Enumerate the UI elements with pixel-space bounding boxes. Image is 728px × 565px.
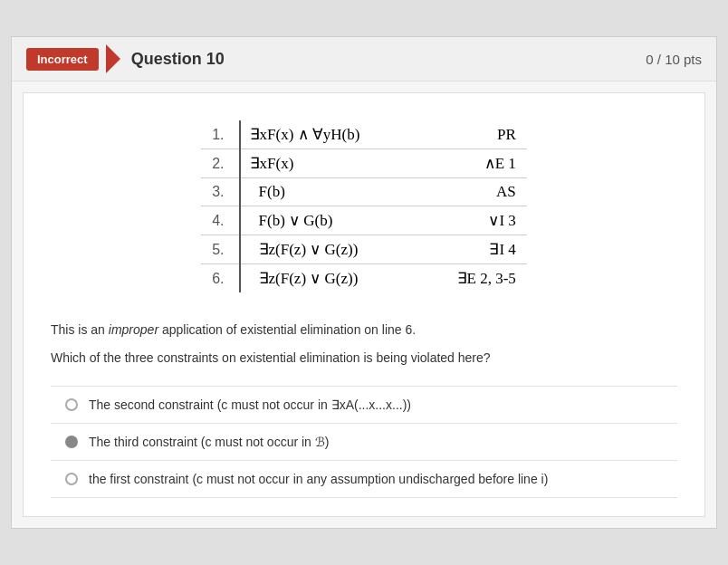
- formula-cell: ∃z(F(z) ∨ G(z)): [240, 264, 421, 293]
- answer-option[interactable]: The second constraint (c must not occur …: [51, 386, 677, 423]
- question-content: 1.∃xF(x) ∧ ∀yH(b)PR2.∃xF(x)∧E 13.F(b)AS4…: [23, 92, 705, 517]
- line-number: 6.: [201, 264, 239, 293]
- options-container: The second constraint (c must not occur …: [51, 386, 677, 498]
- radio-button[interactable]: [65, 436, 78, 448]
- points-display: 0 / 10 pts: [646, 52, 702, 67]
- proof-row: 5.∃z(F(z) ∨ G(z))∃I 4: [201, 235, 527, 264]
- formula-cell: ∃z(F(z) ∨ G(z)): [240, 235, 421, 264]
- badge-wrap: Incorrect: [26, 44, 131, 73]
- proof-table: 1.∃xF(x) ∧ ∀yH(b)PR2.∃xF(x)∧E 13.F(b)AS4…: [201, 120, 527, 292]
- answer-option[interactable]: the first constraint (c must not occur i…: [51, 460, 677, 498]
- option-label: The third constraint (c must not occur i…: [89, 435, 329, 449]
- radio-button[interactable]: [65, 398, 78, 411]
- reason-cell: PR: [421, 120, 527, 149]
- proof-row: 4.F(b) ∨ G(b)∨I 3: [201, 206, 527, 235]
- formula-cell: ∃xF(x): [240, 149, 421, 178]
- option-label: The second constraint (c must not occur …: [89, 397, 411, 412]
- line-number: 4.: [201, 206, 239, 235]
- explanation-text: This is an improper application of exist…: [51, 320, 677, 340]
- proof-row: 6.∃z(F(z) ∨ G(z))∃E 2, 3-5: [201, 264, 527, 293]
- reason-cell: ∃E 2, 3-5: [421, 264, 527, 293]
- reason-cell: AS: [421, 178, 527, 206]
- proof-row: 3.F(b)AS: [201, 178, 527, 206]
- line-number: 3.: [201, 178, 239, 206]
- proof-row: 1.∃xF(x) ∧ ∀yH(b)PR: [201, 120, 527, 149]
- line-number: 5.: [201, 235, 239, 264]
- line-number: 1.: [201, 120, 239, 149]
- quiz-container: Incorrect Question 10 0 / 10 pts 1.∃xF(x…: [11, 36, 717, 529]
- formula-cell: F(b) ∨ G(b): [240, 206, 421, 235]
- question-title: Question 10: [131, 50, 647, 69]
- option-label: the first constraint (c must not occur i…: [89, 472, 548, 486]
- answer-option[interactable]: The third constraint (c must not occur i…: [51, 423, 677, 460]
- arrow-icon: [106, 44, 120, 73]
- formula-cell: ∃xF(x) ∧ ∀yH(b): [240, 120, 421, 149]
- incorrect-badge: Incorrect: [26, 48, 99, 71]
- radio-button[interactable]: [65, 473, 78, 485]
- proof-row: 2.∃xF(x)∧E 1: [201, 149, 527, 178]
- reason-cell: ∃I 4: [421, 235, 527, 264]
- question-header: Incorrect Question 10 0 / 10 pts: [12, 37, 716, 81]
- line-number: 2.: [201, 149, 239, 178]
- reason-cell: ∨I 3: [421, 206, 527, 235]
- question-text: Which of the three constraints on existe…: [51, 348, 677, 368]
- formula-cell: F(b): [240, 178, 421, 206]
- reason-cell: ∧E 1: [421, 149, 527, 178]
